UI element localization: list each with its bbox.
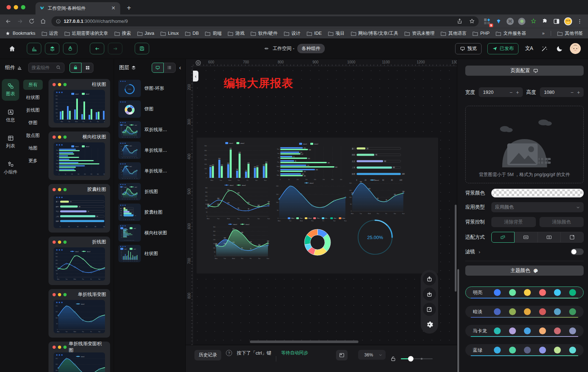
bookmark-folder[interactable]: 其他语言 bbox=[441, 30, 466, 37]
search-input[interactable] bbox=[28, 63, 64, 73]
bar-chart[interactable]: data1data2050100150200250300350120130Mon… bbox=[202, 141, 271, 181]
project-name-badge[interactable]: 各种组件 bbox=[297, 44, 325, 53]
height-decrement[interactable]: − bbox=[570, 89, 574, 95]
sidebar-tab-小组件[interactable]: 小组件 bbox=[2, 157, 19, 179]
magic-wand-icon[interactable] bbox=[539, 44, 549, 53]
fit-scale-button[interactable] bbox=[491, 232, 514, 243]
history-button[interactable]: 历史记录 bbox=[194, 350, 221, 360]
canvas-vertical-scrollbar[interactable] bbox=[455, 205, 457, 292]
export-icon[interactable] bbox=[423, 272, 436, 285]
progress-ring-chart[interactable]: 25.00% bbox=[356, 217, 394, 257]
chart-panel-toggle-button[interactable] bbox=[27, 43, 41, 54]
layers-panel-toggle-button[interactable] bbox=[45, 43, 59, 54]
editor-canvas[interactable]: 6007008009001000110012001300 20030040050… bbox=[186, 59, 457, 372]
home-icon[interactable] bbox=[38, 17, 48, 26]
reload-icon[interactable] bbox=[27, 17, 36, 26]
window-close-button[interactable] bbox=[7, 5, 11, 9]
dark-mode-moon-icon[interactable] bbox=[555, 44, 564, 53]
redo-button[interactable] bbox=[108, 43, 122, 54]
fit-height-button[interactable] bbox=[538, 232, 561, 243]
grid-view-button[interactable] bbox=[81, 63, 93, 73]
theme-row-马卡龙[interactable]: 马卡龙 bbox=[465, 325, 584, 337]
layer-item-胶囊柱图[interactable]: 厦门20南阳40北京60上海80新疆100020406080100 胶囊柱图 bbox=[118, 204, 181, 221]
category-散点图[interactable]: 散点图 bbox=[23, 130, 43, 141]
minimap-toggle-button[interactable] bbox=[336, 350, 348, 360]
width-stepper[interactable]: 1920 − + bbox=[479, 87, 523, 97]
fit-width-button[interactable] bbox=[514, 232, 538, 243]
layer-item-柱状图[interactable]: data1data2050100150200250300350MonTueWed… bbox=[118, 245, 181, 262]
address-bar[interactable]: 127.0.0.1:3000/#/chart/home/9 bbox=[51, 16, 479, 26]
layer-item-双折线渐…[interactable]: data1data2050100150200250300350MonTueWed… bbox=[118, 121, 181, 138]
puzzle-extensions-icon[interactable] bbox=[540, 17, 550, 26]
line-chart[interactable]: data1data2050100150200250300350120200150… bbox=[202, 183, 271, 220]
component-card-折线图[interactable]: 折线图 data1data2050100150200250300350MonTu… bbox=[49, 237, 110, 285]
app-home-icon[interactable] bbox=[7, 44, 17, 53]
zoom-level-select[interactable]: 36% bbox=[358, 350, 386, 360]
layer-item-单折线渐…[interactable]: data1050100150200MonTueWedThuFriSatSun 单… bbox=[118, 162, 181, 180]
category-饼图[interactable]: 饼图 bbox=[23, 118, 43, 128]
share-icon[interactable] bbox=[455, 17, 464, 26]
layer-item-折线图[interactable]: data1data2050100150200250300350MonTueWed… bbox=[118, 183, 181, 200]
list-view-button[interactable] bbox=[164, 63, 176, 73]
bookmark-folder[interactable]: 搜索 bbox=[114, 30, 131, 37]
bookmark-folder[interactable]: 运营 bbox=[42, 30, 58, 37]
bookmark-folder[interactable]: 近期需要读的文章 bbox=[64, 30, 108, 37]
bookmark-folder[interactable]: 设计 bbox=[284, 30, 301, 37]
bookmark-folder[interactable]: 资讯未整理 bbox=[404, 30, 435, 37]
preview-button[interactable]: 预览 bbox=[455, 43, 482, 54]
gradient-line-chart[interactable]: data1050100150200MonTueWedThuFriSatSun bbox=[273, 181, 348, 222]
background-color-swatch[interactable] bbox=[491, 189, 584, 197]
bookmark-folder[interactable]: 文件服务器 bbox=[496, 30, 526, 37]
sidebar-toggle-icon[interactable] bbox=[552, 17, 561, 26]
component-card-单折线渐变面积图[interactable]: 单折线渐变面积图 data1050100150200MonTueWedThuFr… bbox=[49, 342, 110, 372]
theme-color-header[interactable]: 主题颜色 bbox=[465, 266, 584, 276]
dashboard-preview[interactable]: data1data2050100150200250300350120130Mon… bbox=[197, 138, 438, 273]
collapse-layers-icon[interactable]: ‹ bbox=[178, 64, 182, 71]
ruler-eye-icon[interactable] bbox=[195, 60, 201, 66]
other-bookmarks-folder[interactable]: 其他书签 bbox=[557, 30, 583, 37]
gradient-line-chart-2[interactable]: data10501001502001202001508070110130MonT… bbox=[346, 178, 406, 214]
category-更多[interactable]: 更多 bbox=[23, 156, 43, 166]
bookmark-star-icon[interactable] bbox=[467, 17, 476, 26]
lock-icon[interactable] bbox=[390, 356, 396, 362]
bookmarks-manager[interactable]: Bookmarks bbox=[5, 31, 35, 36]
box-view-button[interactable] bbox=[70, 63, 81, 73]
import-icon[interactable] bbox=[423, 288, 436, 301]
theme-row-暗淡[interactable]: 暗淡 bbox=[465, 306, 584, 318]
browser-tab[interactable]: 工作空间-各种组件 ✕ bbox=[35, 2, 120, 14]
gem-extension-icon[interactable] bbox=[494, 17, 503, 26]
new-tab-button[interactable]: + bbox=[124, 3, 134, 13]
bookmark-folder[interactable]: Java bbox=[137, 30, 154, 37]
height-stepper[interactable]: 1080 − + bbox=[540, 87, 584, 97]
category-柱状图[interactable]: 柱状图 bbox=[23, 92, 43, 103]
profile-avatar[interactable] bbox=[563, 17, 573, 26]
zoom-slider-knob[interactable] bbox=[408, 356, 413, 361]
star-extension-icon[interactable] bbox=[529, 17, 538, 26]
fit-stretch-button[interactable] bbox=[560, 232, 584, 243]
browser-menu-icon[interactable] bbox=[575, 17, 584, 26]
sidebar-tab-图表[interactable]: 图表 bbox=[2, 79, 19, 101]
tab-close-icon[interactable]: ✕ bbox=[110, 5, 117, 12]
bookmark-folder[interactable]: 软件/硬件 bbox=[251, 30, 277, 37]
zoom-slider[interactable] bbox=[401, 358, 433, 359]
apply-type-select[interactable]: 应用颜色 bbox=[491, 202, 584, 212]
bookmark-folder[interactable]: 网站/博客/文章/工具 bbox=[351, 30, 398, 37]
command-extension-icon[interactable]: ⌘ bbox=[505, 17, 515, 26]
category-所有[interactable]: 所有 bbox=[23, 80, 43, 90]
component-card-横向柱状图[interactable]: 横向柱状图 data1data2050100150200250300350Mon… bbox=[49, 131, 110, 180]
donut-pie-chart[interactable]: MonTueWedThuFriSatSun bbox=[279, 217, 356, 264]
canvas-horizontal-scrollbar[interactable] bbox=[250, 340, 358, 343]
search-field[interactable] bbox=[32, 65, 55, 70]
save-button[interactable] bbox=[135, 43, 149, 54]
bookmark-folder[interactable]: Linux bbox=[160, 30, 179, 37]
component-card-柱状图[interactable]: 柱状图 data1data2050100150200250300350MonTu… bbox=[49, 79, 110, 128]
dashboard-title-text[interactable]: 编辑大屏报表 bbox=[224, 76, 293, 91]
background-upload-dropzone[interactable]: 背景图需小于 5M ，格式为 png/jpg/gif 的文件 bbox=[465, 106, 584, 183]
horizontal-bar-chart[interactable]: data1data2050100150200250300350Mon120130… bbox=[274, 142, 347, 180]
clear-background-button[interactable]: 清除背景 bbox=[491, 217, 536, 227]
capsule-bar-chart[interactable]: 厦门20南阳40北京60上海80新疆100020406080100 bbox=[349, 143, 407, 181]
category-地图[interactable]: 地图 bbox=[23, 143, 43, 153]
width-decrement[interactable]: − bbox=[509, 89, 513, 95]
theme-row-蓝绿[interactable]: 蓝绿 bbox=[465, 344, 584, 356]
width-increment[interactable]: + bbox=[515, 89, 520, 95]
